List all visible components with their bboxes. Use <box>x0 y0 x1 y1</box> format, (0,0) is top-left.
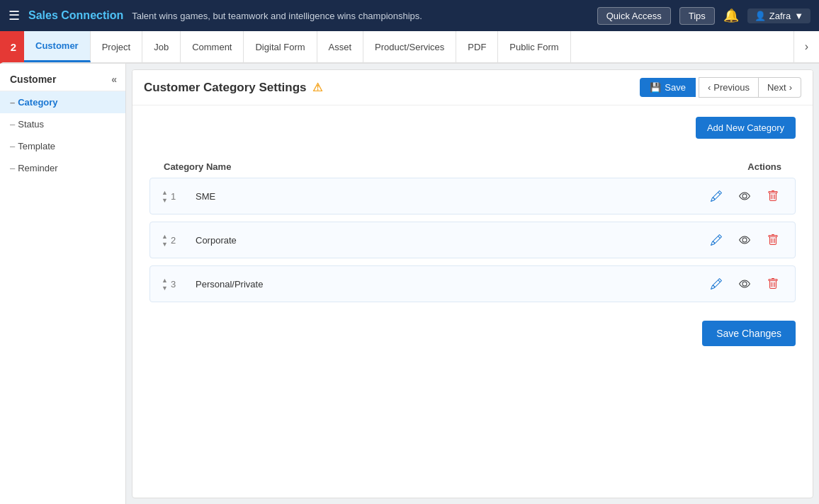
tips-button[interactable]: Tips <box>679 7 715 25</box>
save-changes-container: Save Changes <box>149 309 796 346</box>
table-row: ▲ ▼ 1 SME <box>149 178 796 214</box>
quick-access-button[interactable]: Quick Access <box>597 7 671 25</box>
save-icon: 💾 <box>650 82 661 93</box>
user-icon: 👤 <box>755 11 766 21</box>
sort-arrows-1[interactable]: ▲ ▼ <box>162 189 168 204</box>
table-row: ▲ ▼ 2 Corporate <box>149 222 796 258</box>
row-name-3: Personal/Private <box>190 279 706 290</box>
column-header-actions: Actions <box>747 161 781 172</box>
brand-logo: Sales Connection <box>28 9 123 22</box>
chevron-down-icon: ▼ <box>794 11 803 21</box>
navbar: ☰ Sales Connection Talent wins games, bu… <box>0 0 819 31</box>
tab-job[interactable]: Job <box>142 31 181 62</box>
chevron-left-icon: ‹ <box>708 82 711 93</box>
previous-button[interactable]: ‹ Previous <box>699 77 759 98</box>
bell-icon[interactable]: 🔔 <box>723 8 739 23</box>
edit-button-3[interactable] <box>706 273 727 294</box>
sort-arrows-3[interactable]: ▲ ▼ <box>162 277 168 292</box>
dash-icon: – <box>10 163 15 173</box>
sidebar-item-reminder[interactable]: – Reminder <box>0 157 125 179</box>
tab-project[interactable]: Project <box>91 31 142 62</box>
edit-button-2[interactable] <box>706 229 727 251</box>
sort-arrows-2[interactable]: ▲ ▼ <box>162 233 168 248</box>
edit-button-1[interactable] <box>706 185 727 207</box>
delete-button-2[interactable] <box>762 229 784 251</box>
hamburger-icon[interactable]: ☰ <box>9 8 20 23</box>
tab-pdf[interactable]: PDF <box>456 31 498 62</box>
content-title: Customer Category Settings ⚠ <box>144 81 322 95</box>
hint-icon[interactable]: ⚠ <box>312 81 322 94</box>
tab-public-form[interactable]: Public Form <box>498 31 570 62</box>
view-button-3[interactable] <box>734 273 755 294</box>
tab-digital-form[interactable]: Digital Form <box>244 31 317 62</box>
row-order-3: ▲ ▼ 3 <box>162 277 190 292</box>
column-header-name: Category Name <box>164 161 231 172</box>
main-layout: Customer « – Category – Status – Templat… <box>0 64 819 504</box>
dash-icon: – <box>10 141 15 151</box>
sidebar-item-template[interactable]: – Template <box>0 135 125 157</box>
dash-icon: – <box>10 97 15 108</box>
sidebar-title: Customer <box>10 74 56 85</box>
row-actions-3 <box>706 273 784 294</box>
tab-customer[interactable]: Customer <box>24 31 91 62</box>
save-button[interactable]: 💾 Save <box>640 78 696 97</box>
navbar-tagline: Talent wins games, but teamwork and inte… <box>132 11 588 21</box>
sidebar: Customer « – Category – Status – Templat… <box>0 64 126 504</box>
header-actions: 💾 Save ‹ Previous Next › <box>640 77 801 98</box>
dash-icon: – <box>10 119 15 130</box>
user-name: Zafra <box>769 11 791 21</box>
delete-button-1[interactable] <box>762 185 784 207</box>
content-body: Add New Category Category Name Actions ▲… <box>132 105 813 498</box>
row-name-2: Corporate <box>190 235 706 246</box>
row-order-1: ▲ ▼ 1 <box>162 189 190 204</box>
add-new-category-button[interactable]: Add New Category <box>696 117 796 139</box>
next-button[interactable]: Next › <box>759 77 801 98</box>
content-header: Customer Category Settings ⚠ 💾 Save ‹ Pr… <box>132 70 813 105</box>
sidebar-header: Customer « <box>0 68 125 91</box>
view-button-2[interactable] <box>734 229 755 251</box>
tabs-bar: 2 Customer Project Job Comment Digital F… <box>0 31 819 64</box>
tab-number: 2 <box>3 31 24 62</box>
tab-comment[interactable]: Comment <box>181 31 244 62</box>
delete-button-3[interactable] <box>762 273 784 294</box>
row-actions-2 <box>706 229 784 251</box>
chevron-right-icon: › <box>789 82 792 93</box>
row-name-1: SME <box>190 191 706 202</box>
tabs-scroll-right[interactable]: › <box>793 31 819 62</box>
row-order-2: ▲ ▼ 2 <box>162 233 190 248</box>
sidebar-item-category[interactable]: – Category <box>0 91 125 113</box>
table-row: ▲ ▼ 3 Personal/Private <box>149 265 796 302</box>
content-panel: Customer Category Settings ⚠ 💾 Save ‹ Pr… <box>132 69 813 498</box>
add-button-container: Add New Category <box>149 117 796 150</box>
row-actions-1 <box>706 185 784 207</box>
sidebar-collapse-button[interactable]: « <box>111 74 117 85</box>
sidebar-item-status[interactable]: – Status <box>0 113 125 135</box>
table-header: Category Name Actions <box>149 156 796 178</box>
save-changes-button[interactable]: Save Changes <box>702 321 796 346</box>
user-menu[interactable]: 👤 Zafra ▼ <box>747 8 810 23</box>
view-button-1[interactable] <box>734 185 755 207</box>
tab-asset[interactable]: Asset <box>317 31 364 62</box>
tab-product-services[interactable]: Product/Services <box>363 31 456 62</box>
